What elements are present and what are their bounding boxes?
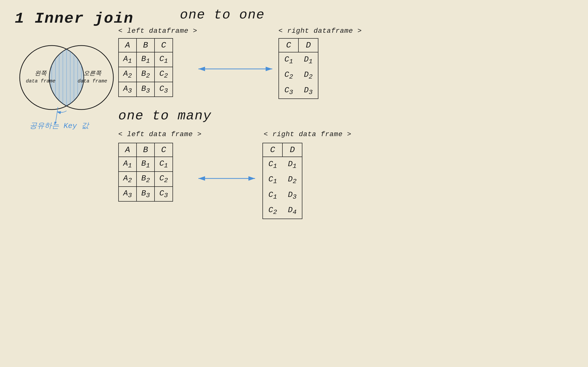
table-row: C1 D1 xyxy=(279,52,318,68)
svg-text:data frame: data frame xyxy=(78,78,107,84)
oto-right-col-d: D xyxy=(298,39,318,52)
oto-right-label: < right dataframe > xyxy=(278,27,362,35)
oto-right-table: C D C1 D1 C2 D2 C3 D3 xyxy=(278,38,318,100)
otm-right-col-d: D xyxy=(282,143,302,157)
venn-diagram: 왼쪽 data frame 오른쪽 data frame xyxy=(14,39,120,116)
table-row: A3 B3 C3 xyxy=(119,82,173,97)
oto-left-col-a: A xyxy=(119,38,137,52)
one-to-many-title: one to many xyxy=(118,108,211,123)
page-title: 1 Inner join xyxy=(15,10,134,27)
otm-left-col-c: C xyxy=(155,143,173,157)
otm-left-table: A B C A1 B1 C1 A2 B2 C2 A3 B3 xyxy=(118,143,173,202)
otm-left-col-a: A xyxy=(119,143,137,157)
table-row: A2 B2 C2 xyxy=(119,172,173,186)
oto-right-col-c: C xyxy=(279,39,298,52)
oto-left-table: A B C A1 B1 C1 A2 B2 C2 A3 B3 xyxy=(118,38,173,97)
oto-arrow xyxy=(195,63,276,75)
oto-left-col-b: B xyxy=(137,38,155,52)
table-row: C2 D4 xyxy=(263,203,302,218)
svg-text:data frame: data frame xyxy=(26,78,55,84)
table-row: C2 D2 xyxy=(279,68,318,83)
table-row: C1 D1 xyxy=(263,157,302,172)
oto-left-label: < left dataframe > xyxy=(118,27,197,35)
table-row: A1 B1 C1 xyxy=(119,157,173,172)
one-to-one-title: one to one xyxy=(180,7,265,22)
svg-marker-18 xyxy=(54,122,57,124)
venn-annotation-arrow xyxy=(53,107,63,124)
table-row: A3 B3 C3 xyxy=(119,187,173,201)
table-row: A1 B1 C1 xyxy=(119,52,173,67)
otm-right-col-c: C xyxy=(263,143,282,157)
table-row: C3 D3 xyxy=(279,83,318,98)
otm-arrow xyxy=(195,172,259,185)
otm-left-label: < left data frame > xyxy=(118,130,202,138)
svg-text:왼쪽: 왼쪽 xyxy=(35,70,47,77)
table-row: C1 D3 xyxy=(263,188,302,203)
oto-left-col-c: C xyxy=(155,38,173,52)
table-row: A2 B2 C2 xyxy=(119,67,173,82)
otm-right-label: < right data frame > xyxy=(264,130,351,138)
otm-left-col-b: B xyxy=(137,143,155,157)
svg-text:오른쪽: 오른쪽 xyxy=(84,70,102,77)
otm-right-table: C D C1 D1 C1 D2 C1 D3 xyxy=(262,143,302,220)
table-row: C1 D2 xyxy=(263,172,302,188)
